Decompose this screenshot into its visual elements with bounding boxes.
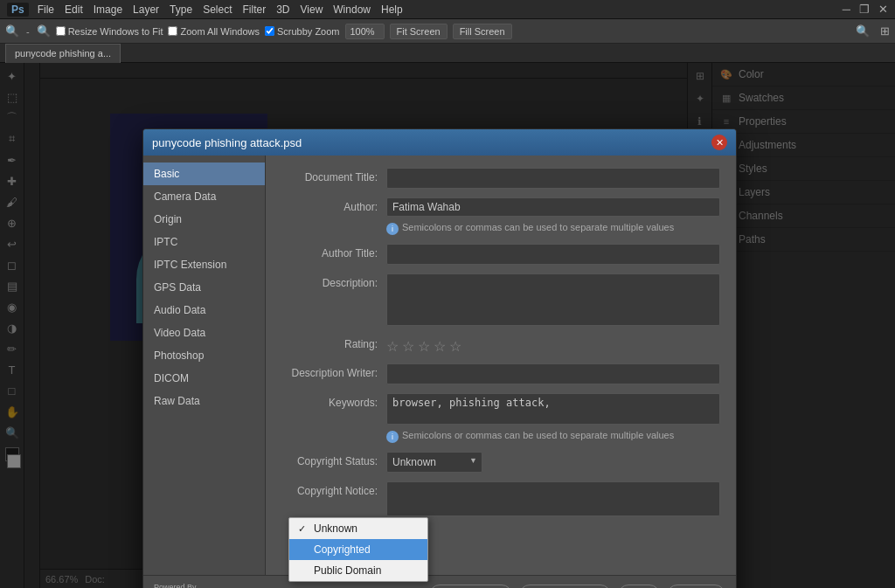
ok-btn[interactable]: OK <box>618 585 659 588</box>
menu-filter[interactable]: Filter <box>242 3 266 16</box>
sidebar-photoshop[interactable]: Photoshop <box>143 344 265 367</box>
fit-screen-btn[interactable]: Fit Screen <box>390 24 448 39</box>
author-label: Author: <box>281 197 386 213</box>
sidebar-iptc[interactable]: IPTC <box>143 231 265 253</box>
menu-window[interactable]: Window <box>333 3 371 16</box>
document-title-label: Document Title: <box>281 168 386 183</box>
copyright-notice-row: Copyright Notice: <box>281 481 720 516</box>
zoom-level-display: - <box>26 26 30 37</box>
desc-writer-row: Description Writer: <box>281 363 720 384</box>
toolbar: 🔍 - 🔍 Resize Windows to Fit Zoom All Win… <box>0 19 895 44</box>
keywords-info-icon: i <box>386 431 399 443</box>
menu-file[interactable]: File <box>38 3 54 16</box>
tab-bar: punycode phishing a... <box>0 44 895 63</box>
author-input[interactable] <box>386 197 720 217</box>
copyright-status-select[interactable]: Unknown Copyrighted Public Domain <box>386 452 482 473</box>
copyright-notice-input[interactable] <box>386 481 720 516</box>
menu-bar: File Edit Image Layer Type Select Filter… <box>38 3 403 16</box>
star-2[interactable]: ☆ <box>402 338 414 355</box>
menu-type[interactable]: Type <box>170 3 192 16</box>
rating-stars: ☆ ☆ ☆ ☆ ☆ <box>386 335 461 355</box>
minimize-btn[interactable]: ─ <box>843 3 850 16</box>
close-btn[interactable]: ✕ <box>878 3 888 16</box>
main-area: ✦ ⬚ ⌒ ⌗ ✒ ✚ 🖌 ⊕ ↩ ◻ ▤ ◉ ◑ ✏ T □ ✋ 🔍 66.6… <box>0 63 895 588</box>
sidebar-audio-data[interactable]: Audio Data <box>143 299 265 322</box>
powered-by-label: Powered By <box>154 583 197 588</box>
document-tab[interactable]: punycode phishing a... <box>5 44 121 63</box>
scrubby-zoom-checkbox[interactable] <box>265 26 274 36</box>
dialog-body: Basic Camera Data Origin IPTC IPTC Exten… <box>143 156 736 575</box>
sidebar-basic[interactable]: Basic <box>143 163 265 185</box>
keywords-hint: i Semicolons or commas can be used to se… <box>386 430 720 443</box>
zoom-out-icon[interactable]: 🔍 <box>5 24 19 38</box>
file-info-dialog: punycode phishing attack.psd ✕ Basic Cam… <box>142 128 737 588</box>
restore-btn[interactable]: ❐ <box>859 3 870 16</box>
desc-writer-label: Description Writer: <box>281 363 386 379</box>
dialog-footer: Powered By xmp Preferences Template Fol … <box>143 575 736 588</box>
keywords-label: Keywords: <box>281 393 386 409</box>
author-row: Author: i Semicolons or commas can be us… <box>281 197 720 235</box>
description-row: Description: <box>281 273 720 326</box>
dropdown-item-public-domain[interactable]: Public Domain <box>289 560 427 581</box>
dialog-content: Document Title: Author: i Semicolons or … <box>266 156 736 575</box>
menu-select[interactable]: Select <box>203 3 232 16</box>
copyright-notice-label: Copyright Notice: <box>281 481 386 497</box>
menu-edit[interactable]: Edit <box>65 3 83 16</box>
window-controls: ─ ❐ ✕ <box>843 3 888 16</box>
document-title-row: Document Title: <box>281 168 720 189</box>
menu-view[interactable]: View <box>301 3 323 16</box>
cancel-btn[interactable]: Cancel <box>667 585 725 588</box>
description-input[interactable] <box>386 273 720 326</box>
sidebar-camera-data[interactable]: Camera Data <box>143 185 265 208</box>
sidebar-video-data[interactable]: Video Data <box>143 322 265 344</box>
check-unknown-icon: ✓ <box>298 523 309 535</box>
star-3[interactable]: ☆ <box>418 338 430 355</box>
resize-windows-check[interactable]: Resize Windows to Fit <box>56 26 163 37</box>
copyright-status-label: Copyright Status: <box>281 452 386 467</box>
sidebar-dicom[interactable]: DICOM <box>143 367 265 390</box>
template-folder-btn[interactable]: Template Fol ▼ <box>519 585 612 588</box>
sidebar-raw-data[interactable]: Raw Data <box>143 390 265 412</box>
star-1[interactable]: ☆ <box>386 338 399 355</box>
xmp-logo: Powered By xmp <box>154 583 197 588</box>
desc-writer-input[interactable] <box>386 363 720 384</box>
zoom-all-checkbox[interactable] <box>168 26 177 36</box>
copyright-dropdown-menu: ✓ Unknown Copyrighted Public Domain <box>288 517 428 582</box>
keywords-input[interactable]: browser, phishing attack, <box>386 393 720 425</box>
workspace-icon[interactable]: ⊞ <box>880 24 890 38</box>
dialog-title: punycode phishing attack.psd <box>152 136 302 149</box>
dropdown-item-copyrighted[interactable]: Copyrighted <box>289 539 427 560</box>
dropdown-item-unknown[interactable]: ✓ Unknown <box>289 518 427 539</box>
copyright-status-wrapper: Unknown Copyrighted Public Domain <box>386 452 482 473</box>
author-hint: i Semicolons or commas can be used to se… <box>386 222 720 235</box>
rating-row: Rating: ☆ ☆ ☆ ☆ ☆ <box>281 335 720 355</box>
author-title-label: Author Title: <box>281 244 386 259</box>
ps-logo: Ps <box>7 3 29 17</box>
fill-screen-btn[interactable]: Fill Screen <box>453 24 512 39</box>
menu-layer[interactable]: Layer <box>133 3 159 16</box>
sidebar-iptc-extension[interactable]: IPTC Extension <box>143 253 265 276</box>
author-title-input[interactable] <box>386 244 720 265</box>
zoom-in-icon[interactable]: 🔍 <box>37 24 51 38</box>
sidebar-origin[interactable]: Origin <box>143 208 265 231</box>
rating-label: Rating: <box>281 335 386 350</box>
menu-3d[interactable]: 3D <box>276 3 289 16</box>
author-title-row: Author Title: <box>281 244 720 265</box>
scrubby-zoom-check[interactable]: Scrubby Zoom <box>265 26 340 37</box>
star-4[interactable]: ☆ <box>434 338 446 355</box>
menu-help[interactable]: Help <box>381 3 403 16</box>
zoom-input[interactable] <box>345 24 385 39</box>
document-title-input[interactable] <box>386 168 720 189</box>
author-info-icon: i <box>386 223 399 235</box>
search-icon[interactable]: 🔍 <box>856 24 870 38</box>
preferences-btn[interactable]: Preferences <box>429 585 512 588</box>
resize-windows-checkbox[interactable] <box>56 26 66 36</box>
sidebar-gps-data[interactable]: GPS Data <box>143 276 265 299</box>
description-label: Description: <box>281 273 386 289</box>
dialog-close-btn[interactable]: ✕ <box>711 135 727 150</box>
zoom-all-check[interactable]: Zoom All Windows <box>168 26 259 37</box>
menu-image[interactable]: Image <box>94 3 122 16</box>
dialog-sidebar: Basic Camera Data Origin IPTC IPTC Exten… <box>143 156 266 575</box>
star-5[interactable]: ☆ <box>449 338 461 355</box>
copyright-status-row: Copyright Status: Unknown Copyrighted Pu… <box>281 452 720 473</box>
